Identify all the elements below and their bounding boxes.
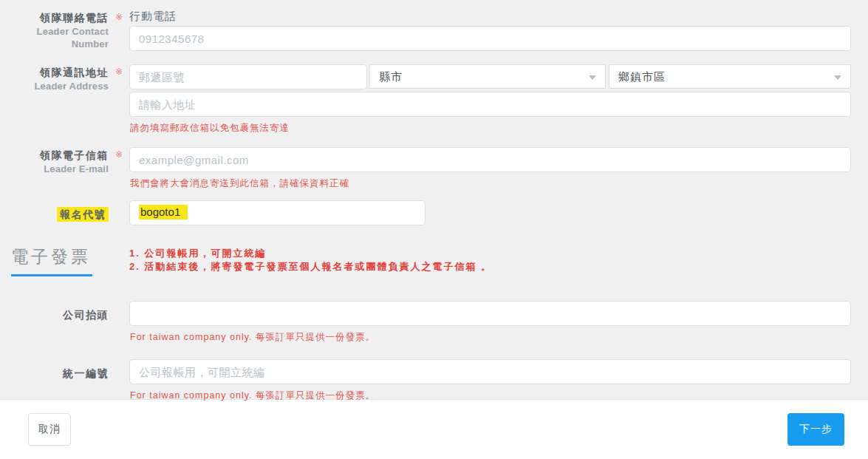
registration-code-label: 報名代號 bbox=[0, 200, 109, 222]
company-title-input[interactable] bbox=[129, 301, 851, 326]
email-input[interactable] bbox=[129, 147, 851, 172]
tax-id-note: For taiwan company only. 每張訂單只提供一份發票。 bbox=[130, 390, 851, 402]
email-row: 領隊電子信箱 Leader E-mail ※ 我們會將大會消息寄送到此信箱，請確… bbox=[0, 147, 851, 190]
email-label-zh: 領隊電子信箱 bbox=[0, 149, 109, 163]
tax-id-input[interactable] bbox=[129, 359, 851, 384]
registration-code-input[interactable]: bogoto1 bbox=[129, 200, 426, 225]
required-mark: ※ bbox=[109, 147, 129, 160]
company-title-label: 公司抬頭 bbox=[0, 301, 109, 323]
tax-id-label-zh: 統一編號 bbox=[63, 367, 109, 379]
chevron-down-icon bbox=[834, 75, 841, 80]
e-invoice-note-1: 1. 公司報帳用，可開立統編 bbox=[129, 247, 851, 259]
contact-number-row: 領隊聯絡電話 Leader Contact Number ※ 行動電話 bbox=[0, 10, 851, 51]
cancel-button[interactable]: 取消 bbox=[28, 413, 71, 446]
e-invoice-section-title: 電子發票 bbox=[11, 245, 129, 268]
email-warning-note: 我們會將大會消息寄送到此信箱，請確保資料正確 bbox=[130, 177, 851, 190]
chevron-down-icon bbox=[589, 75, 596, 80]
e-invoice-section-header: 電子發票 1. 公司報帳用，可開立統編 2. 活動結束後，將寄發電子發票至個人報… bbox=[0, 245, 851, 276]
company-title-label-zh: 公司抬頭 bbox=[63, 309, 109, 321]
e-invoice-note-2: 2. 活動結束後，將寄發電子發票至個人報名者或團體負責人之電子信箱 。 bbox=[129, 260, 851, 273]
street-address-input[interactable] bbox=[129, 92, 851, 117]
address-warning-note: 請勿填寫郵政信箱以免包裹無法寄達 bbox=[130, 122, 851, 135]
action-bar: 取消 下一步 bbox=[0, 400, 868, 459]
registration-form: 領隊聯絡電話 Leader Contact Number ※ 行動電話 領隊通訊… bbox=[0, 0, 868, 400]
contact-number-label: 領隊聯絡電話 Leader Contact Number bbox=[0, 10, 109, 51]
company-title-note: For taiwan company only. 每張訂單只提供一份發票。 bbox=[130, 331, 851, 344]
city-select-value: 縣市 bbox=[379, 70, 403, 83]
e-invoice-notes: 1. 公司報帳用，可開立統編 2. 活動結束後，將寄發電子發票至個人報名者或團體… bbox=[129, 245, 851, 276]
email-label-en: Leader E-mail bbox=[0, 163, 109, 176]
address-label: 領隊通訊地址 Leader Address bbox=[0, 64, 109, 92]
email-label: 領隊電子信箱 Leader E-mail bbox=[0, 147, 109, 175]
tax-id-label: 統一編號 bbox=[0, 359, 109, 381]
contact-number-label-zh: 領隊聯絡電話 bbox=[0, 11, 109, 25]
mobile-phone-sublabel: 行動電話 bbox=[129, 10, 851, 24]
registration-code-value: bogoto1 bbox=[139, 205, 188, 220]
tax-id-row: 統一編號 For taiwan company only. 每張訂單只提供一份發… bbox=[0, 359, 851, 402]
registration-code-row: 報名代號 bogoto1 bbox=[0, 200, 851, 225]
address-row: 領隊通訊地址 Leader Address ※ 縣市 鄉鎮市區 請勿填寫郵政信箱… bbox=[0, 64, 851, 135]
postal-code-input[interactable] bbox=[129, 64, 367, 89]
district-select-value: 鄉鎮市區 bbox=[618, 70, 666, 83]
address-label-zh: 領隊通訊地址 bbox=[0, 66, 109, 80]
required-mark: ※ bbox=[109, 64, 129, 77]
registration-code-label-zh: 報名代號 bbox=[57, 207, 109, 222]
address-label-en: Leader Address bbox=[0, 80, 109, 93]
next-step-button[interactable]: 下一步 bbox=[787, 413, 844, 446]
section-underline bbox=[11, 274, 92, 276]
district-select[interactable]: 鄉鎮市區 bbox=[609, 64, 851, 89]
city-select[interactable]: 縣市 bbox=[369, 64, 606, 89]
mobile-phone-input[interactable] bbox=[129, 26, 851, 51]
contact-number-label-en: Leader Contact Number bbox=[0, 25, 109, 51]
required-mark: ※ bbox=[109, 10, 129, 22]
company-title-row: 公司抬頭 For taiwan company only. 每張訂單只提供一份發… bbox=[0, 301, 851, 344]
